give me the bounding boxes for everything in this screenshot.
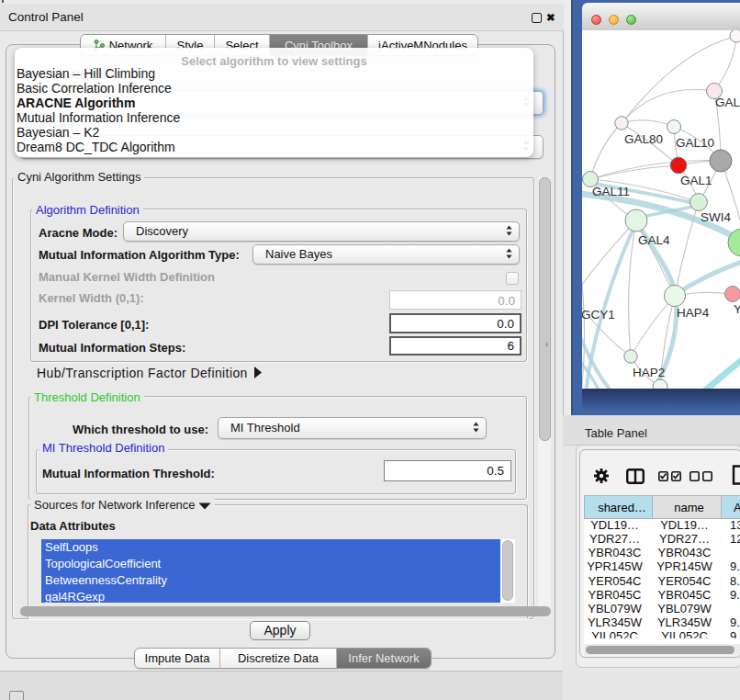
svg-text:HAP4: HAP4: [677, 306, 710, 320]
svg-text:GAL10: GAL10: [676, 136, 714, 150]
svg-text:GAL2: GAL2: [715, 96, 740, 109]
svg-text:SWI4: SWI4: [701, 210, 731, 224]
svg-text:GAL11: GAL11: [592, 185, 630, 198]
svg-text:HAP2: HAP2: [633, 366, 665, 379]
svg-text:GAL80: GAL80: [624, 132, 663, 146]
svg-text:Y: Y: [734, 302, 740, 316]
svg-text:GAL1: GAL1: [680, 174, 712, 187]
svg-text:GAL4: GAL4: [638, 233, 670, 247]
svg-text:GCY1: GCY1: [582, 308, 615, 322]
